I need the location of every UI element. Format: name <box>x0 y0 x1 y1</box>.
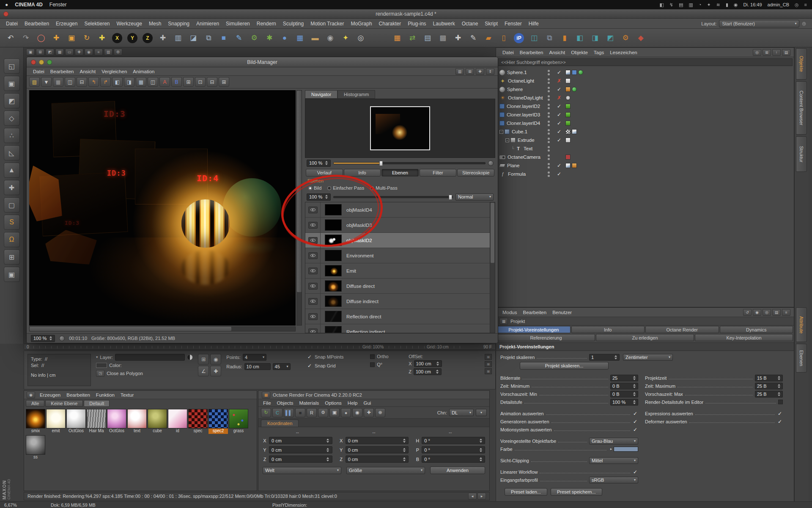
layer-row-environment[interactable]: Environment <box>305 248 495 263</box>
light-icon[interactable]: ✦ <box>338 31 353 45</box>
menu-sculpting[interactable]: Sculpting <box>280 21 307 27</box>
make-editable-icon[interactable]: ◱ <box>4 58 20 74</box>
octane-menu-help[interactable]: Help <box>345 400 361 406</box>
deformers-icon[interactable]: ✱ <box>262 31 277 45</box>
visibility-dots[interactable] <box>548 70 550 75</box>
object-row-octanecamera[interactable]: OctaneCamera <box>496 153 794 161</box>
frame-icon[interactable]: ⊟ <box>207 77 217 87</box>
state-check-icon[interactable]: ✓ <box>557 112 561 118</box>
snap-grid-checkbox[interactable]: ✓ <box>307 363 313 369</box>
rendered-image-view[interactable]: ID:3ID:3ID:4ID:3 <box>29 90 296 326</box>
stepper-icon[interactable] <box>326 457 330 461</box>
menu-snapping[interactable]: Snapping <box>165 21 193 27</box>
viewport-c-icon[interactable]: ◩ <box>603 31 617 45</box>
viewport-axis-icon[interactable]: ✚ <box>75 49 83 55</box>
offset-z-field[interactable]: 100 cm <box>414 368 442 375</box>
snap-axis-tile-icon[interactable]: ✚ <box>210 366 221 376</box>
magnify-icon[interactable]: ◎ <box>354 31 368 45</box>
status-next-icon[interactable]: ▸ <box>477 493 486 500</box>
table-icon[interactable]: ⊞ <box>183 77 194 87</box>
attr-tab-projekt-voreinstellungen[interactable]: Projekt-Voreinstellungen <box>497 326 571 333</box>
koordinaten-tab[interactable]: Koordinaten <box>261 420 299 427</box>
mm-menu-erzeugen[interactable]: Erzeugen <box>37 392 63 398</box>
rotate-tool-icon[interactable]: ↻ <box>80 31 94 45</box>
octane-menu-materials[interactable]: Materials <box>296 400 322 406</box>
compare-h-icon[interactable]: ◫ <box>65 77 75 87</box>
layer-visibility-toggle[interactable] <box>308 283 318 290</box>
expand-arrow-icon[interactable]: ▸ <box>610 447 612 451</box>
layer-field[interactable] <box>115 354 185 361</box>
material-tab-keine-ebene[interactable]: Keine Ebene <box>45 400 83 407</box>
viewport-safe-icon[interactable]: ▭ <box>65 49 74 55</box>
generators-icon[interactable]: ⚙ <box>247 31 261 45</box>
layer-visibility-toggle[interactable] <box>308 268 318 274</box>
coordinate-field[interactable]: 0 ° <box>422 446 485 453</box>
side-tab-ebenen[interactable]: Ebenen <box>796 344 807 373</box>
spline-pen-icon[interactable]: ✎ <box>232 31 246 45</box>
expressions-auswerten-checkbox[interactable]: ✓ <box>777 411 783 417</box>
list-icon[interactable]: ≡ <box>782 309 790 316</box>
q-checkbox[interactable] <box>370 362 375 367</box>
material-tab-alle[interactable]: Alle <box>26 400 44 407</box>
octane-menu-options[interactable]: Options <box>322 400 345 406</box>
refresh-icon[interactable]: ↻ <box>261 408 271 417</box>
pin-icon[interactable]: ✚ <box>364 408 374 417</box>
film-a-icon[interactable]: ◧ <box>112 77 123 87</box>
menu-hilfe[interactable]: Hilfe <box>525 21 542 27</box>
layer-row-diffuse-indirect[interactable]: Diffuse indirect <box>305 294 495 309</box>
pass-mode-bild[interactable]: Bild <box>308 185 321 190</box>
z-axis-lock-icon[interactable]: Z <box>140 31 155 45</box>
layer-opacity-slider[interactable] <box>333 196 453 198</box>
macos-user[interactable]: admin_CB <box>768 2 789 7</box>
image-zoom-field[interactable]: 100 % <box>31 335 55 342</box>
material-id[interactable]: id <box>168 409 187 434</box>
timemachine-icon[interactable]: ◔ <box>699 2 702 7</box>
side-tab-content-browser[interactable]: Content Browser <box>796 81 807 135</box>
spark-icon[interactable]: ✦ <box>707 2 710 8</box>
stop-icon[interactable]: ■ <box>295 408 305 417</box>
stepper-icon[interactable] <box>777 384 781 388</box>
object-row-formula[interactable]: ƒFormula✓ <box>496 170 794 178</box>
stepper-icon[interactable] <box>479 439 483 443</box>
state-cross-icon[interactable]: ✗ <box>557 95 561 101</box>
unit-dropdown[interactable]: Zentimeter▾ <box>623 354 673 361</box>
octane-menu-file[interactable]: File <box>260 400 274 406</box>
layout-search-icon[interactable]: ◎ <box>802 21 806 26</box>
menu-laubwerk[interactable]: Laubwerk <box>430 21 458 27</box>
render-region-icon[interactable]: ◪ <box>186 31 200 45</box>
tag-tex-icon[interactable] <box>565 163 571 168</box>
snap-mpoints-checkbox[interactable]: ✓ <box>307 354 313 360</box>
bolt-icon[interactable]: ↯ <box>669 2 673 8</box>
stepper-icon[interactable] <box>326 439 330 443</box>
region-icon[interactable]: R <box>307 408 317 417</box>
search-icon[interactable]: ◎ <box>753 49 761 56</box>
visibility-dots[interactable] <box>548 121 550 126</box>
attr-tab-referenzierung[interactable]: Referenzierung <box>497 334 595 341</box>
tab-verlauf[interactable]: Verlauf <box>306 169 343 177</box>
animation-auswerten-checkbox[interactable]: ✓ <box>632 411 638 417</box>
camera-pin-icon[interactable]: ◉ <box>352 408 362 417</box>
scroll-top-icon[interactable]: ↑ <box>772 49 781 56</box>
offset-x-field[interactable]: 100 cm <box>414 360 442 367</box>
crop-icon[interactable]: ⊡ <box>195 77 206 87</box>
blend-mode-dropdown[interactable]: Normal▾ <box>455 193 494 201</box>
scale-tool-icon[interactable]: ▣ <box>64 31 79 45</box>
menu-datei[interactable]: Datei <box>3 21 21 27</box>
texture-mode-icon[interactable]: ◩ <box>4 93 20 108</box>
snap-grid-tile-icon[interactable]: ⊞ <box>198 354 209 364</box>
app-menu-title[interactable]: CINEMA 4D <box>15 2 43 8</box>
stepper-icon[interactable] <box>777 376 781 380</box>
isoline-icon[interactable]: ▩ <box>436 31 450 45</box>
vorschauzeit-max-field[interactable]: 25 B <box>755 391 783 398</box>
film-grid-icon[interactable]: ▦ <box>136 77 146 87</box>
visibility-dots[interactable] <box>548 87 550 92</box>
bm-menu-ansicht[interactable]: Ansicht <box>77 69 99 74</box>
coordinate-field[interactable]: 0 cm <box>269 446 332 453</box>
resize-icon[interactable]: ⇕ <box>486 68 494 75</box>
mm-menu-funktion[interactable]: Funktion <box>93 392 118 398</box>
pause-icon[interactable]: ▌▌ <box>284 408 294 417</box>
stepper-icon[interactable] <box>324 195 328 199</box>
side-tab-struktur[interactable]: Struktur <box>796 136 807 172</box>
layer-visibility-toggle[interactable] <box>308 222 318 229</box>
viewport-grid-icon[interactable]: ⊞ <box>36 49 44 55</box>
